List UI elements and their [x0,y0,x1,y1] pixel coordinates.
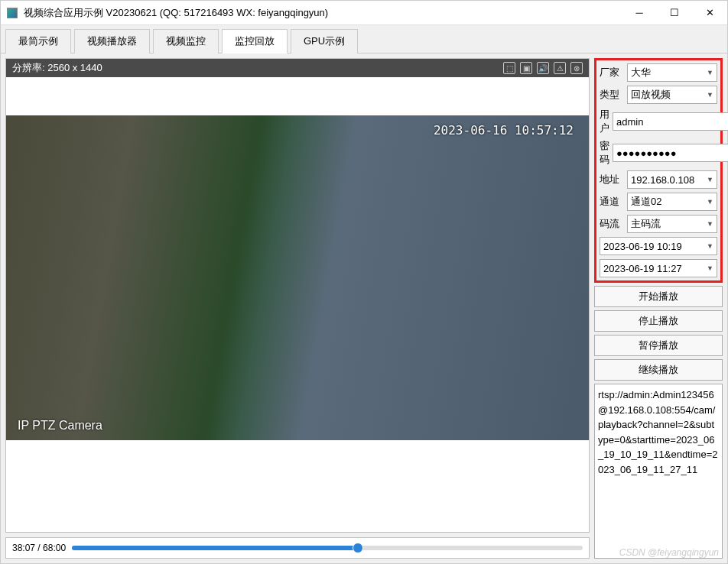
maximize-button[interactable]: ☐ [657,2,692,24]
content-area: 分辨率: 2560 x 1440 ⬚ ▣ 🔊 ⚠ ⊗ 2023-06-16 10… [1,53,727,563]
label-password: 密码 [600,139,609,167]
audio-icon[interactable]: 🔊 [537,62,549,74]
tab-label: 监控回放 [235,35,275,47]
row-start-time: 2023-06-19 10:19▼ [600,237,717,255]
select-stream[interactable]: 主码流▼ [627,215,717,233]
tab-label: GPU示例 [304,35,345,47]
video-header-icons: ⬚ ▣ 🔊 ⚠ ⊗ [503,62,583,74]
chevron-down-icon: ▼ [707,69,713,76]
record-icon[interactable]: ⬚ [503,62,515,74]
video-area: 分辨率: 2560 x 1440 ⬚ ▣ 🔊 ⚠ ⊗ 2023-06-16 10… [5,58,590,533]
datetime-end[interactable]: 2023-06-19 11:27▼ [600,259,717,277]
label-user: 用户 [600,108,609,135]
chevron-down-icon: ▼ [707,220,713,228]
alarm-icon[interactable]: ⚠ [554,62,566,74]
tab-playback[interactable]: 监控回放 [222,29,288,53]
label-type: 类型 [600,88,624,102]
left-panel: 分辨率: 2560 x 1440 ⬚ ▣ 🔊 ⚠ ⊗ 2023-06-16 10… [5,58,590,559]
select-address[interactable]: 192.168.0.108▼ [627,170,717,189]
right-panel: 厂家 大华▼ 类型 回放视频▼ 用户 密码 地址 192.168.0.1 [594,58,723,559]
window-controls: ─ ☐ ✕ [622,2,727,24]
row-address: 地址 192.168.0.108▼ [600,170,717,189]
video-image [6,115,589,440]
config-form: 厂家 大华▼ 类型 回放视频▼ 用户 密码 地址 192.168.0.1 [594,58,723,283]
label-stream: 码流 [600,217,624,231]
select-channel[interactable]: 通道02▼ [627,193,717,211]
close-video-icon[interactable]: ⊗ [570,62,583,74]
row-type: 类型 回放视频▼ [600,86,717,104]
resume-button[interactable]: 继续播放 [594,359,723,381]
tab-simple[interactable]: 最简示例 [5,29,71,53]
tab-player[interactable]: 视频播放器 [74,29,150,53]
progress-row: 38:07 / 68:00 [5,537,590,559]
select-vendor[interactable]: 大华▼ [627,63,717,82]
osd-timestamp: 2023-06-16 10:57:12 [434,123,574,138]
select-type[interactable]: 回放视频▼ [627,86,717,104]
row-user: 用户 [600,108,717,135]
resolution-label: 分辨率: 2560 x 1440 [12,61,102,75]
tab-label: 视频播放器 [87,35,137,47]
progress-time: 38:07 / 68:00 [12,543,66,553]
row-password: 密码 [600,139,717,167]
label-vendor: 厂家 [600,66,624,79]
close-button[interactable]: ✕ [692,2,727,24]
app-icon [7,8,18,18]
label-address: 地址 [600,173,624,186]
start-button[interactable]: 开始播放 [594,286,723,307]
slider-fill [72,546,358,550]
chevron-down-icon: ▼ [707,176,713,183]
progress-slider[interactable] [72,546,583,550]
row-stream: 码流 主码流▼ [600,215,717,233]
input-password[interactable] [613,144,728,162]
row-vendor: 厂家 大华▼ [600,63,717,82]
titlebar: 视频综合应用示例 V20230621 (QQ: 517216493 WX: fe… [1,1,727,25]
minimize-button[interactable]: ─ [622,2,657,24]
pause-button[interactable]: 暂停播放 [594,335,723,356]
window-title: 视频综合应用示例 V20230621 (QQ: 517216493 WX: fe… [24,6,622,20]
app-window: 视频综合应用示例 V20230621 (QQ: 517216493 WX: fe… [0,0,728,564]
tab-monitor[interactable]: 视频监控 [153,29,219,53]
video-frame[interactable]: 2023-06-16 10:57:12 IP PTZ Camera [6,77,589,532]
tab-bar: 最简示例 视频播放器 视频监控 监控回放 GPU示例 [1,25,727,53]
chevron-down-icon: ▼ [707,264,713,272]
datetime-start[interactable]: 2023-06-19 10:19▼ [600,237,717,255]
tab-label: 视频监控 [166,35,206,47]
input-user[interactable] [613,112,728,131]
stop-button[interactable]: 停止播放 [594,310,723,332]
row-end-time: 2023-06-19 11:27▼ [600,259,717,277]
row-channel: 通道 通道02▼ [600,193,717,211]
video-header: 分辨率: 2560 x 1440 ⬚ ▣ 🔊 ⚠ ⊗ [6,59,589,77]
slider-thumb[interactable] [353,543,363,553]
chevron-down-icon: ▼ [707,198,713,206]
tab-label: 最简示例 [18,35,58,47]
tab-gpu[interactable]: GPU示例 [291,29,358,53]
chevron-down-icon: ▼ [707,242,713,250]
snapshot-icon[interactable]: ▣ [520,62,532,74]
chevron-down-icon: ▼ [707,91,713,99]
url-output[interactable]: rtsp://admin:Admin123456@192.168.0.108:5… [594,384,723,559]
osd-camera: IP PTZ Camera [18,419,102,433]
label-channel: 通道 [600,195,624,209]
